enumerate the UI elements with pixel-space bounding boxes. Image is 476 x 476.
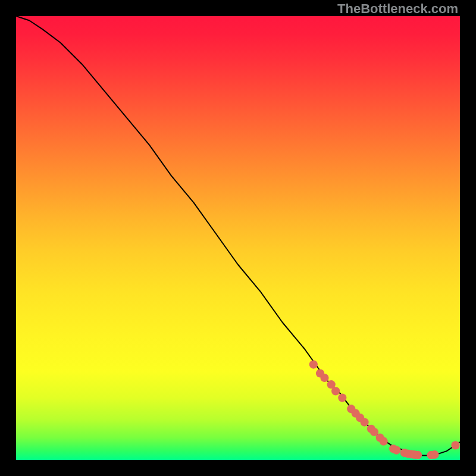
plot-area [16, 16, 460, 460]
data-point [392, 446, 400, 455]
data-point [331, 387, 340, 395]
data-point [338, 393, 346, 402]
bottleneck-curve [16, 16, 460, 456]
data-point [380, 437, 388, 446]
chart-stage: TheBottleneck.com [0, 0, 476, 476]
data-point [309, 361, 318, 369]
data-point [451, 441, 459, 449]
data-point [430, 450, 439, 459]
watermark-text: TheBottleneck.com [337, 1, 458, 17]
data-point [361, 418, 369, 427]
data-point-markers [309, 361, 460, 459]
chart-svg [16, 16, 460, 460]
data-point [320, 374, 328, 382]
data-point [414, 451, 422, 459]
